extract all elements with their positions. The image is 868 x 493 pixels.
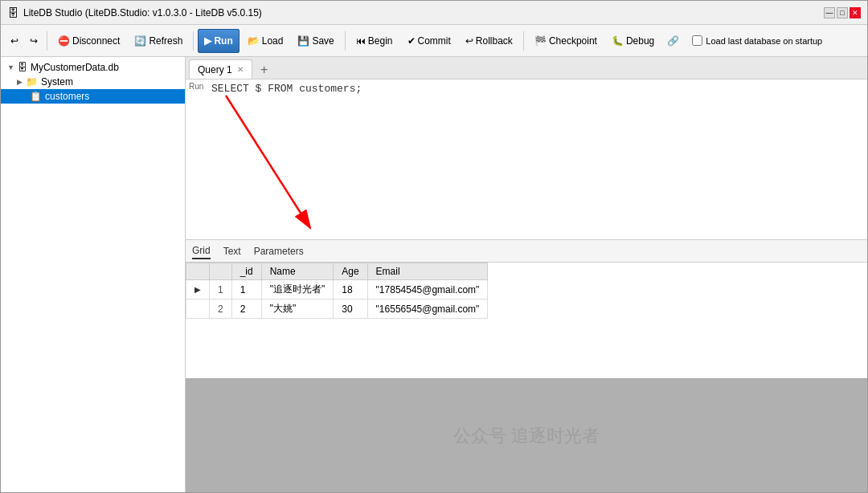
cell-_id: 2 bbox=[231, 299, 261, 319]
separator-3 bbox=[345, 31, 346, 51]
cell-name: "大姚" bbox=[261, 299, 334, 319]
tab-bar: Query 1 ✕ + bbox=[186, 57, 867, 79]
load-button[interactable]: 📂 Load bbox=[241, 29, 290, 53]
row-number: 1 bbox=[210, 280, 232, 299]
checkpoint-icon: 🏁 bbox=[534, 35, 547, 47]
col-name: Name bbox=[261, 263, 334, 280]
refresh-icon: 🔄 bbox=[134, 35, 146, 47]
begin-icon: ⏮ bbox=[356, 35, 366, 47]
load-icon: 📂 bbox=[248, 35, 260, 47]
table-header-row: _id Name Age Email bbox=[186, 263, 488, 280]
expand-system-icon: ▶ bbox=[17, 78, 23, 86]
external-button[interactable]: 🔗 bbox=[662, 29, 684, 53]
result-tabs: Grid Text Parameters bbox=[186, 240, 867, 263]
load-last-db-checkbox[interactable] bbox=[692, 35, 702, 46]
customers-label: customers bbox=[45, 91, 89, 102]
tab-close-icon[interactable]: ✕ bbox=[237, 65, 244, 74]
run-icon: ▶ bbox=[204, 35, 211, 47]
cell-age: 30 bbox=[334, 299, 367, 319]
close-button[interactable]: ✕ bbox=[850, 7, 861, 18]
debug-icon: 🐛 bbox=[612, 35, 624, 47]
save-icon: 💾 bbox=[297, 35, 309, 47]
disconnect-button[interactable]: ⛔ Disconnect bbox=[51, 29, 126, 53]
row-number: 2 bbox=[210, 299, 232, 319]
sidebar-item-system[interactable]: ▶ 📁 System bbox=[1, 75, 185, 89]
app-icon: 🗄 bbox=[7, 6, 18, 19]
col-rownum bbox=[210, 263, 232, 280]
refresh-button[interactable]: 🔄 Refresh bbox=[128, 29, 189, 53]
system-label: System bbox=[41, 76, 73, 88]
commit-icon: ✔ bbox=[407, 35, 416, 47]
rollback-button[interactable]: ↩ Rollback bbox=[459, 29, 519, 53]
save-button[interactable]: 💾 Save bbox=[291, 29, 340, 53]
table-icon: 📋 bbox=[30, 91, 42, 102]
folder-icon: 📁 bbox=[26, 76, 38, 88]
tab-query1-label: Query 1 bbox=[198, 64, 232, 75]
result-tab-parameters[interactable]: Parameters bbox=[254, 244, 304, 259]
redo-button[interactable]: ↪ bbox=[25, 29, 43, 53]
sidebar-db-header[interactable]: ▼ 🗄 MyCustomerData.db bbox=[1, 60, 185, 75]
checkpoint-button[interactable]: 🏁 Checkpoint bbox=[528, 29, 604, 53]
rollback-icon: ↩ bbox=[465, 35, 473, 47]
load-last-db-label[interactable]: Load last database on startup bbox=[692, 35, 822, 46]
sidebar-item-customers[interactable]: 📋 customers bbox=[1, 89, 185, 104]
undo-button[interactable]: ↩ bbox=[6, 29, 23, 53]
tab-query1[interactable]: Query 1 ✕ bbox=[189, 59, 252, 79]
result-grid: _id Name Age Email ▶11"追逐时光者"18"17854545… bbox=[186, 263, 867, 378]
title-bar: 🗄 LiteDB Studio (LiteDB.Studio: v1.0.3.0… bbox=[1, 1, 867, 25]
cell-_id: 1 bbox=[231, 280, 261, 299]
window-title: LiteDB Studio (LiteDB.Studio: v1.0.3.0 -… bbox=[23, 7, 262, 18]
tab-add-button[interactable]: + bbox=[256, 61, 273, 79]
redo-icon: ↪ bbox=[30, 35, 38, 47]
cell-email: "16556545@gmail.com" bbox=[367, 299, 488, 319]
separator-1 bbox=[47, 31, 47, 51]
db-icon: 🗄 bbox=[18, 62, 27, 73]
cell-email: "17854545@gmail.com" bbox=[367, 280, 488, 299]
debug-button[interactable]: 🐛 Debug bbox=[605, 29, 661, 53]
toolbar: ↩ ↪ ⛔ Disconnect 🔄 Refresh ▶ Run 📂 Load … bbox=[1, 25, 867, 57]
row-indicator-cell bbox=[186, 299, 210, 319]
query-editor[interactable]: SELECT $ FROM customers; bbox=[186, 79, 867, 239]
external-icon: 🔗 bbox=[667, 35, 679, 47]
begin-button[interactable]: ⏮ Begin bbox=[350, 29, 399, 53]
row-indicator-cell: ▶ bbox=[186, 280, 210, 299]
cell-name: "追逐时光者" bbox=[261, 280, 334, 299]
watermark-area: 公众号 追逐时光者 bbox=[186, 378, 867, 493]
col-age: Age bbox=[334, 263, 367, 280]
col-id: _id bbox=[231, 263, 261, 280]
db-name: MyCustomerData.db bbox=[31, 62, 119, 73]
undo-icon: ↩ bbox=[10, 35, 18, 47]
table-row: ▶11"追逐时光者"18"17854545@gmail.com" bbox=[186, 280, 488, 299]
minimize-button[interactable]: — bbox=[824, 7, 835, 18]
content-area: Query 1 ✕ + Run SELECT $ FROM customers; bbox=[186, 57, 867, 493]
result-tab-text[interactable]: Text bbox=[223, 244, 241, 259]
watermark-text: 公众号 追逐时光者 bbox=[453, 424, 600, 448]
maximize-button[interactable]: □ bbox=[837, 7, 848, 18]
result-table: _id Name Age Email ▶11"追逐时光者"18"17854545… bbox=[186, 263, 488, 319]
main-layout: ▼ 🗄 MyCustomerData.db ▶ 📁 System 📋 custo… bbox=[1, 57, 867, 493]
col-indicator bbox=[186, 263, 210, 280]
cell-age: 18 bbox=[334, 280, 367, 299]
run-annotation: Run bbox=[189, 82, 203, 91]
table-row: 22"大姚"30"16556545@gmail.com" bbox=[186, 299, 488, 319]
col-email: Email bbox=[367, 263, 488, 280]
separator-4 bbox=[523, 31, 524, 51]
commit-button[interactable]: ✔ Commit bbox=[401, 29, 457, 53]
query-editor-area: Run SELECT $ FROM customers; bbox=[186, 79, 867, 240]
result-tab-grid[interactable]: Grid bbox=[192, 243, 211, 259]
separator-2 bbox=[193, 31, 194, 51]
disconnect-icon: ⛔ bbox=[58, 35, 70, 47]
expand-icon: ▼ bbox=[7, 63, 14, 71]
run-button[interactable]: ▶ Run bbox=[198, 29, 239, 53]
sidebar: ▼ 🗄 MyCustomerData.db ▶ 📁 System 📋 custo… bbox=[1, 57, 186, 493]
